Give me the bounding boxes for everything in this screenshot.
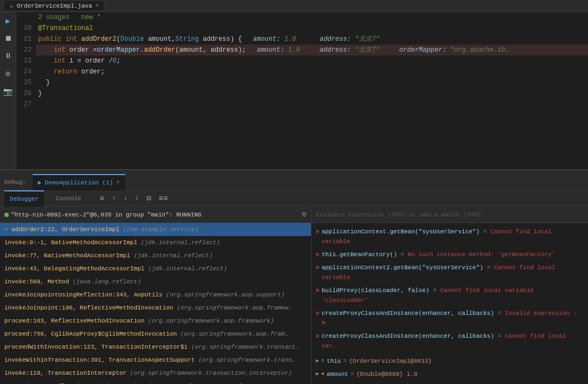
step-into-btn[interactable]: ↓ — [121, 194, 130, 203]
expand-amount[interactable]: ▶ — [316, 369, 319, 379]
frame-item-7[interactable]: proceed:163, ReflectiveMethodInvocation … — [0, 314, 311, 327]
stop-icon[interactable]: ⏹ — [2, 32, 14, 45]
frame-item-0[interactable]: ↩ addOrder2:22, OrderServiceImpl (com.ex… — [0, 223, 311, 236]
frame-item-12[interactable]: proceed:184, ReflectiveMethodInvocation … — [0, 380, 311, 384]
editor-area: ▶ ⏹ ⏸ ⚙ 📷 20 21 22 23 24 25 26 27 2 usag… — [0, 12, 588, 170]
thread-bar: "http-nio-8092-exec-2"@6,035 in group "m… — [0, 207, 311, 223]
debug-session-tab[interactable]: ▶ DemoApplication (1) × — [33, 174, 125, 190]
watch-item-4[interactable]: ⊗ createProxyClassAndInstance(enhancer, … — [311, 307, 588, 330]
camera-icon[interactable]: 📷 — [1, 85, 15, 98]
run-icon[interactable]: ▶ — [3, 14, 12, 28]
frame-item-10[interactable]: invokeWithinTransaction:391, Transaction… — [0, 354, 311, 367]
var-amount[interactable]: ▶ ● amount = {Double@8680} 1.0 — [311, 368, 588, 381]
debugger-tab-label: Debugger — [10, 196, 39, 202]
tab-debugger[interactable]: Debugger — [4, 190, 44, 207]
code-line-22: → int order = orderMapper . addOrder (am… — [36, 45, 588, 55]
app-icon: ▶ — [38, 179, 42, 186]
watch-item-2[interactable]: ⊗ applicationContext2.getBean("sysUserSe… — [311, 261, 588, 284]
frame-item-5[interactable]: invokeJoinpointUsingReflection:343, AopU… — [0, 288, 311, 301]
code-line-26: } — [36, 88, 588, 99]
file-tab[interactable]: ☕ OrderServiceImpl.java × — [4, 1, 105, 10]
code-editor[interactable]: 2 usages new * @Transactional public int… — [36, 12, 588, 169]
filter-icon[interactable]: ▽ — [302, 210, 307, 219]
top-tab-bar: ☕ OrderServiceImpl.java × — [0, 0, 588, 12]
error-icon-4: ⊗ — [316, 308, 320, 318]
return-icon: ↩ — [4, 226, 11, 233]
frame-item-3[interactable]: invoke:43, DelegatingMethodAccessorImpl … — [0, 262, 311, 275]
running-indicator — [4, 213, 9, 217]
watch-panel: Evaluate expression (⌥F8) or add a watch… — [311, 207, 588, 384]
tab-console[interactable]: Console — [51, 190, 87, 207]
frames-panel: "http-nio-8092-exec-2"@6,035 in group "m… — [0, 207, 311, 384]
debug-toolbar: Debugger Console ≡ ↑ ↓ ↕ ⊡ ≡≡ — [0, 190, 588, 207]
settings-icon[interactable]: ⚙ — [3, 67, 12, 80]
thread-info: "http-nio-8092-exec-2"@6,035 in group "m… — [4, 212, 201, 218]
frame-item-6[interactable]: invokeJoinpoint:196, ReflectiveMethodInv… — [0, 301, 311, 314]
watch-list[interactable]: ⊗ applicationContext.getBean("sysUserSer… — [311, 223, 588, 384]
watch-item-5[interactable]: ⊗ createProxyClassAndInstance(enhancer, … — [311, 330, 588, 352]
watch-item-1[interactable]: ⊗ this.getBeanFactory() = No such instan… — [311, 248, 588, 261]
console-tab-label: Console — [56, 195, 81, 202]
watch-item-0[interactable]: ⊗ applicationContext.getBean("sysUserSer… — [311, 225, 588, 248]
frame-item-2[interactable]: invoke:77, NativeMethodAccessorImpl (jdk… — [0, 249, 311, 262]
debug-action-buttons: ≡ ↑ ↓ ↕ ⊡ ≡≡ — [97, 193, 170, 204]
debug-label: Debug: — [4, 179, 26, 185]
code-line-usage: 2 usages new * — [36, 12, 588, 23]
error-icon-1: ⊗ — [316, 250, 320, 259]
step-out-btn[interactable]: ↕ — [133, 194, 141, 203]
frame-list[interactable]: ↩ addOrder2:22, OrderServiceImpl (com.ex… — [0, 223, 311, 384]
code-line-25: } — [36, 77, 588, 88]
left-gutter-icons: ▶ ⏹ ⏸ ⚙ 📷 — [0, 12, 16, 169]
step-over-btn[interactable]: ↑ — [109, 194, 118, 203]
frame-item-1[interactable]: invoke:0:-1, NativeMethodAccessorImpl (j… — [0, 236, 311, 249]
code-line-23: int i = order / 0 ; — [36, 55, 588, 66]
watch-placeholder[interactable]: Evaluate expression (⌥F8) or add a watch… — [316, 211, 481, 218]
debug-session-label: DemoApplication (1) — [45, 179, 113, 186]
watch-bar: Evaluate expression (⌥F8) or add a watch… — [311, 207, 588, 223]
error-icon-0: ⊗ — [316, 227, 320, 237]
file-tab-label: OrderServiceImpl.java — [17, 3, 93, 9]
code-line-24: return order; — [36, 66, 588, 77]
frame-item-11[interactable]: invoke:119, TransactionInterceptor (org.… — [0, 367, 311, 380]
watch-item-3[interactable]: ⊗ buildProxy(classLoader, false) = Canno… — [311, 284, 588, 307]
error-icon-2: ⊗ — [316, 263, 320, 272]
expand-this[interactable]: ▶ — [316, 356, 319, 366]
var-this[interactable]: ▶ ≡ this = {OrderServiceImpl@8633} — [311, 355, 588, 368]
close-session-btn[interactable]: × — [117, 179, 120, 185]
debug-main-area: "http-nio-8092-exec-2"@6,035 in group "m… — [0, 207, 588, 384]
var-address[interactable]: ▶ ● address = "北京7" — [311, 381, 588, 384]
error-icon-5: ⊗ — [316, 331, 320, 341]
code-line-27 — [36, 99, 588, 110]
frame-item-8[interactable]: proceed:756, CglibAopProxy$CglibMethodIn… — [0, 327, 311, 340]
file-icon: ☕ — [10, 2, 14, 9]
run-to-cursor-btn[interactable]: ⊡ — [144, 193, 153, 204]
debug-panel-header: Debug: ▶ DemoApplication (1) × — [0, 174, 588, 190]
error-icon-3: ⊗ — [316, 286, 320, 295]
evaluate-btn[interactable]: ≡≡ — [156, 193, 170, 204]
settings-debug-btn[interactable]: ≡ — [97, 193, 106, 204]
line-numbers: 20 21 22 23 24 25 26 27 — [16, 12, 36, 169]
this-icon: ≡ — [321, 356, 324, 366]
frame-item-4[interactable]: invoke:568, Method (java.lang.reflect) — [0, 275, 311, 288]
frame-item-9[interactable]: proceedWithInvocation:123, TransactionIn… — [0, 340, 311, 354]
close-tab-button[interactable]: × — [95, 3, 99, 9]
code-line-20: @Transactional — [36, 23, 588, 34]
amount-icon: ● — [321, 369, 324, 379]
code-line-21: public int addOrder2 ( Double amount, St… — [36, 34, 588, 45]
thread-label: "http-nio-8092-exec-2"@6,035 in group "m… — [11, 212, 201, 218]
pause-icon[interactable]: ⏸ — [2, 49, 14, 63]
